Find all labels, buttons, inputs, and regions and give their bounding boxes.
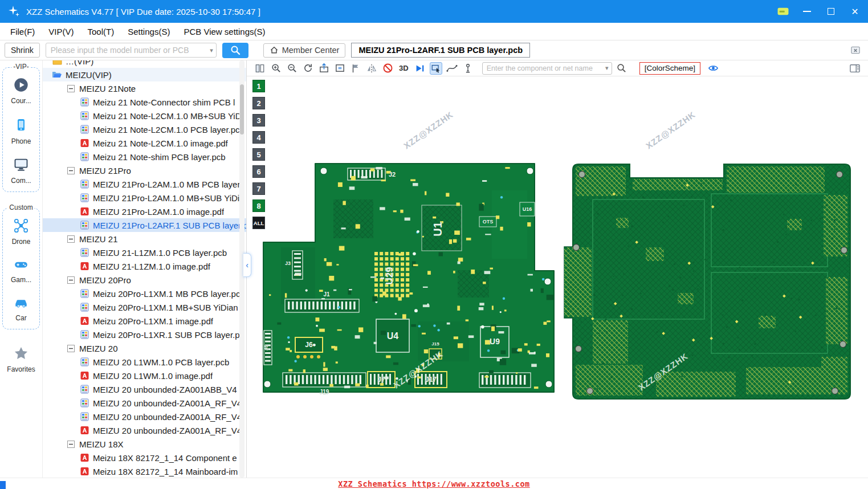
curve-tool-icon[interactable] [446, 62, 458, 75]
collapse-expander-icon[interactable] [66, 235, 76, 243]
component-search-input[interactable] [482, 62, 612, 75]
layer-button-all[interactable]: ALL [252, 217, 265, 229]
tree-item-meizu-21note[interactable]: MEIZU 21Note [43, 82, 246, 95]
tree-item-meizu-21-note-l2cm-1-0-image-pdf[interactable]: Meizu 21 Note-L2CM.1.0 image.pdf [43, 136, 246, 150]
tree-item-label: Meizu 21 Note-Connector shim PCB l [93, 97, 235, 107]
sidebar-item-phone[interactable]: Phone [11, 116, 31, 145]
tree-item-meizu-20[interactable]: MEIZU 20 [43, 341, 246, 355]
colorscheme-button[interactable]: [ColorScheme] [639, 62, 700, 75]
chevron-down-icon[interactable]: ▾ [210, 47, 213, 54]
tree-item-meizu-21-note-l2cm-1-0-pcb-layer-pc[interactable]: Meizu 21 Note-L2CM.1.0 PCB layer.pc [43, 123, 246, 136]
sidebar-item-com[interactable]: Com... [11, 157, 31, 185]
mirror-board-icon[interactable] [365, 62, 378, 75]
status-link[interactable]: XZZ Schematics https://www.xzztools.com [338, 479, 529, 488]
tree-item-meizu-20pro-l1xm-1-mb-sub-yidian[interactable]: Meizu 20Pro-L1XM.1 MB+SUB YiDian [43, 300, 246, 314]
pcb-canvas[interactable]: J2U1U29U4U9U16OTSJ1J3J5J6J7J17J19J15 XZZ… [247, 76, 868, 478]
model-search-input[interactable] [46, 43, 217, 58]
layer-button-2[interactable]: 2 [252, 97, 265, 109]
layer-button-5[interactable]: 5 [252, 148, 265, 161]
layer-button-7[interactable]: 7 [252, 182, 265, 195]
layer-button-1[interactable]: 1 [252, 80, 265, 92]
collapse-tree-handle[interactable]: ‹ [243, 253, 251, 277]
layer-button-6[interactable]: 6 [252, 165, 265, 178]
tree-item-meizu-vip-[interactable]: MEIZU(VIP) [43, 68, 246, 82]
tree-item-meizu-21pro-l2am-1-0-mb-pcb-layer-[interactable]: MEIZU 21Pro-L2AM.1.0 MB PCB layer. [43, 177, 246, 191]
menu-item-settings-s-[interactable]: Settings(S) [121, 24, 177, 39]
sidebar-item-favorites[interactable]: Favorites [2, 345, 40, 373]
tree-item-meizu-20-unbounded-za001abb_v4[interactable]: MEIZU 20 unbounded-ZA001ABB_V4 [43, 382, 246, 396]
collapse-expander-icon[interactable] [66, 276, 76, 284]
close-button[interactable]: ✕ [849, 5, 861, 18]
tree-item-meizu-20pro-l1xm-1-mb-pcb-layer-pc[interactable]: Meizu 20Pro-L1XM.1 MB PCB layer.pc [43, 287, 246, 300]
menu-item-pcb-view-settings-s-[interactable]: PCB View settings(S) [177, 24, 272, 39]
sidebar-item-gam[interactable]: Gam... [11, 257, 31, 284]
tree-item-label: MEIZU 21 [79, 234, 118, 244]
tree-item-meizu-18x[interactable]: MEIZU 18X [43, 437, 246, 451]
tree-item-meizu-20pro[interactable]: MEIZU 20Pro [43, 273, 246, 287]
tree-item-meizu-18x-82172_1_14-component-e[interactable]: Meizu 18X 82172_1_14 Component e [43, 451, 246, 464]
tree-item--vip-[interactable]: …(VIP) [43, 60, 246, 68]
member-center-button[interactable]: Member Center [263, 43, 346, 58]
tree-item-meizu-20pro-l1xm-1-image-pdf[interactable]: Meizu 20Pro-L1XM.1 image.pdf [43, 314, 246, 328]
tree-item-meizu-21-note-l2cm-1-0-mb-sub-yid[interactable]: Meizu 21 Note-L2CM.1.0 MB+SUB YiD [43, 109, 246, 123]
panel-toggle-icon[interactable] [849, 62, 861, 75]
layer-button-4[interactable]: 4 [252, 131, 265, 144]
select-tool-button[interactable] [430, 62, 442, 75]
zoom-in-icon[interactable] [270, 62, 282, 75]
component-search-icon[interactable] [616, 62, 628, 75]
tree-item-meizu-21pro-l2am-1-0-mb-sub-yidi[interactable]: MEIZU 21Pro-L2AM.1.0 MB+SUB YiDi [43, 191, 246, 205]
active-tab[interactable]: MEIZU 21Pro-L2ARF.1 SUB PCB layer.pcb [351, 43, 530, 58]
menu-item-tool-t-[interactable]: Tool(T) [81, 24, 121, 39]
flip-disabled-icon[interactable] [381, 62, 394, 75]
tree-item-meizu-21pro[interactable]: MEIZU 21Pro [43, 164, 246, 177]
open-board-icon[interactable] [333, 62, 346, 75]
tree-item-meizu-20pro-l1xr-1-sub-pcb-layer-pc[interactable]: Meizu 20Pro-L1XR.1 SUB PCB layer.pc [43, 328, 246, 341]
shrink-button[interactable]: Shrink [5, 43, 40, 58]
tree-item-meizu-21pro-l2arf-1-sub-pcb-layer-p[interactable]: MEIZU 21Pro-L2ARF.1 SUB PCB layer.p [43, 218, 246, 232]
eye-icon[interactable] [707, 62, 720, 75]
vip-card-icon[interactable] [777, 6, 789, 17]
split-view-icon[interactable] [254, 62, 266, 75]
collapse-expander-icon[interactable] [66, 167, 76, 174]
tree-item-meizu-20-unbounded-za001a_rf_v4[interactable]: MEIZU 20 unbounded-ZA001A_RF_V4 [43, 423, 246, 437]
refresh-view-icon[interactable] [301, 62, 314, 75]
search-button[interactable] [222, 43, 248, 58]
minimize-button[interactable] [801, 5, 813, 18]
collapse-expander-icon[interactable] [66, 345, 76, 352]
collapse-expander-icon[interactable] [66, 85, 76, 92]
tree-item-meizu-20-unbounded-za001a_rf_v4[interactable]: MEIZU 20 unbounded-ZA001A_RF_V4 [43, 396, 246, 410]
pcb-view-panel: 3D ▾ [ColorScheme] [247, 60, 868, 478]
next-board-icon[interactable] [414, 62, 426, 75]
tree-item-meizu-21[interactable]: MEIZU 21 [43, 232, 246, 246]
collapse-expander-icon[interactable] [66, 441, 76, 448]
layer-button-8[interactable]: 8 [252, 199, 265, 212]
star-icon [13, 345, 30, 364]
tree-item-meizu-21-note-shim-pcb-layer-pcb[interactable]: Meizu 21 Note-shim PCB layer.pcb [43, 150, 246, 164]
zoom-out-icon[interactable] [286, 62, 298, 75]
probe-tool-icon[interactable] [462, 62, 474, 75]
tree-item-meizu-21-note-connector-shim-pcb-l[interactable]: Meizu 21 Note-Connector shim PCB l [43, 95, 246, 109]
tree-item-meizu-20-l1wm-1-0-pcb-layer-pcb[interactable]: MEIZU 20 L1WM.1.0 PCB layer.pcb [43, 355, 246, 369]
tree-item-meizu-21-l1zm-1-0-image-pdf[interactable]: MEIZU 21-L1ZM.1.0 image.pdf [43, 259, 246, 273]
view-3d-button[interactable]: 3D [397, 62, 410, 75]
tree-item-meizu-20-l1wm-1-0-image-pdf[interactable]: MEIZU 20 L1WM.1.0 image.pdf [43, 369, 246, 382]
net-flag-icon[interactable] [349, 62, 362, 75]
tree-item-meizu-21pro-l2am-1-0-image-pdf[interactable]: MEIZU 21Pro-L2AM.1.0 image.pdf [43, 205, 246, 218]
maximize-button[interactable] [825, 5, 837, 18]
pcb-boards-svg[interactable]: J2U1U29U4U9U16OTSJ1J3J5J6J7J17J19J15 XZZ… [247, 76, 868, 478]
sidebar-item-cour[interactable]: Cour... [11, 77, 31, 105]
close-tab-icon[interactable] [850, 46, 861, 55]
layer-button-3[interactable]: 3 [252, 114, 265, 127]
tree-item-meizu-21-l1zm-1-0-pcb-layer-pcb[interactable]: MEIZU 21-L1ZM.1.0 PCB layer.pcb [43, 246, 246, 259]
tree-item-meizu-20-unbounded-za001a_rf_v4[interactable]: MEIZU 20 unbounded-ZA001A_RF_V4 [43, 410, 246, 423]
export-board-icon[interactable] [317, 62, 330, 75]
tree-scrollbar-thumb[interactable] [240, 84, 244, 135]
chevron-down-icon[interactable]: ▾ [605, 64, 609, 72]
sidebar-item-car[interactable]: Car [13, 295, 30, 322]
menu-item-vip-v-[interactable]: VIP(V) [42, 24, 80, 39]
sidebar-item-label: Drone [12, 238, 31, 246]
sidebar-item-drone[interactable]: Drone [12, 218, 31, 246]
tree-item-meizu-18x-82172_1_14-mainboard-im[interactable]: Meizu 18X 82172_1_14 Mainboard-im [43, 464, 246, 478]
menu-item-file-f-[interactable]: File(F) [3, 24, 42, 39]
pdf-file-icon [79, 467, 89, 476]
